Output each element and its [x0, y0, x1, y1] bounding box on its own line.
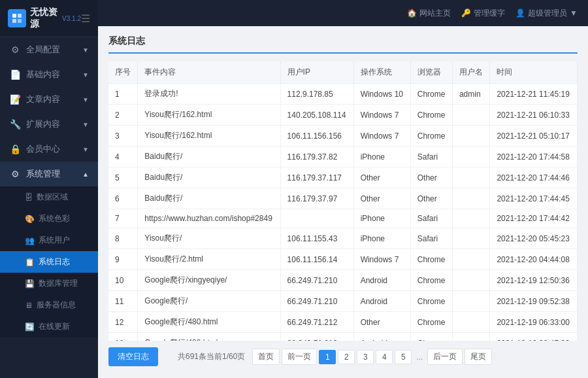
sidebar-item-fuwuqi[interactable]: 🖥 服务器信息 — [0, 294, 98, 316]
cell-id: 7 — [108, 209, 138, 228]
cell-browser: Chrome — [410, 126, 452, 146]
shuju-label: 数据区域 — [37, 192, 68, 203]
huiyuan-label: 会员中心 — [26, 143, 60, 155]
rizhi-icon: 📋 — [25, 258, 35, 267]
sidebar-item-shuju[interactable]: 🗄 数据区域 — [0, 186, 98, 208]
manage-icon: 🔑 — [461, 9, 471, 18]
col-browser: 浏览器 — [410, 61, 452, 84]
cell-id: 13 — [108, 333, 138, 341]
sidebar-item-rizhi[interactable]: 📋 系统日志 — [0, 251, 98, 273]
pagination-info: 共691条当前1/60页 — [178, 351, 245, 362]
gengxin-icon: 🔄 — [25, 322, 35, 332]
sidebar-item-xitong[interactable]: ⚙ 系统管理 ▲ 🗄 数据区域 🎨 系统色彩 👥 系统用户 📋 — [0, 162, 98, 337]
cell-id: 9 — [108, 249, 138, 270]
top-header: 🏠 网站主页 🔑 管理缓字 👤 超级管理员 ▼ — [98, 0, 588, 26]
cell-os: Android — [353, 270, 410, 291]
cell-user — [452, 249, 489, 270]
sidebar-item-dianpu[interactable]: 💾 数据库管理 — [0, 273, 98, 294]
cell-os: iPhone — [353, 146, 410, 167]
website-home-button[interactable]: 🏠 网站主页 — [407, 8, 451, 19]
cell-event: https://www.huzhan.com/ishop#2849 — [138, 209, 280, 228]
sidebar-item-yonghu[interactable]: 👥 系统用户 — [0, 230, 98, 251]
last-page-button[interactable]: 尾页 — [465, 349, 492, 365]
page-1-button[interactable]: 1 — [319, 350, 336, 364]
logo-icon — [8, 9, 26, 27]
kuozhan-label: 扩展内容 — [26, 118, 60, 130]
cell-os: Other — [353, 312, 410, 333]
col-user: 用户名 — [452, 61, 489, 84]
cell-os: Android — [353, 333, 410, 341]
cell-user — [452, 146, 489, 167]
admin-icon: 👤 — [515, 9, 525, 18]
cell-user — [452, 167, 489, 188]
sidebar-item-jiben[interactable]: 📄 基础内容 ▼ — [0, 62, 98, 87]
cell-ip — [280, 209, 353, 228]
xitongse-label: 系统色彩 — [39, 213, 70, 224]
cell-event: Google爬行/480.html — [138, 333, 280, 341]
jiben-arrow: ▼ — [82, 71, 89, 78]
cell-browser: Chrome — [410, 105, 452, 126]
sidebar-toggle-icon[interactable]: ☰ — [81, 12, 90, 25]
sidebar: 无忧资源 V3.1.2 ☰ ⚙ 全局配置 ▼ 📄 基础内容 ▼ 📝 文章内容 ▼ — [0, 0, 98, 378]
cell-os: Android — [353, 291, 410, 312]
cell-browser: Chrome — [410, 312, 452, 333]
admin-arrow-icon: ▼ — [570, 9, 578, 18]
admin-menu-button[interactable]: 👤 超级管理员 ▼ — [515, 8, 578, 19]
cell-time: 2021-12-21 11:45:19 — [490, 84, 578, 105]
cell-ip: 106.11.156.156 — [280, 126, 353, 146]
cell-time: 2021-12-20 17:44:58 — [490, 146, 578, 167]
kuozhan-icon: 🔧 — [9, 118, 21, 130]
col-event: 事件内容 — [138, 61, 280, 84]
cell-time: 2021-12-19 09:47:32 — [490, 333, 578, 341]
manage-cache-button[interactable]: 🔑 管理缓字 — [461, 8, 505, 19]
sidebar-item-wenzhang[interactable]: 📝 文章内容 ▼ — [0, 87, 98, 112]
cell-id: 4 — [108, 146, 138, 167]
sidebar-item-kuozhan[interactable]: 🔧 扩展内容 ▼ — [0, 112, 98, 137]
svg-rect-3 — [18, 19, 22, 23]
xitong-icon: ⚙ — [9, 168, 21, 180]
log-table-container: 序号 事件内容 用户IP 操作系统 浏览器 用户名 时间 1登录成功!112.9… — [108, 61, 578, 341]
svg-rect-2 — [12, 19, 16, 23]
page-2-button[interactable]: 2 — [338, 350, 355, 364]
first-page-button[interactable]: 首页 — [252, 349, 280, 365]
sidebar-item-xitongse[interactable]: 🎨 系统色彩 — [0, 208, 98, 230]
prev-page-button[interactable]: 前一页 — [282, 349, 317, 365]
sidebar-item-gengxin[interactable]: 🔄 在线更新 — [0, 316, 98, 337]
cell-event: Baidu爬行/ — [138, 188, 280, 209]
cell-ip: 112.9.178.85 — [280, 84, 353, 105]
sidebar-item-huiyuan[interactable]: 🔒 会员中心 ▼ — [0, 137, 98, 162]
table-row: 2Yisou爬行/162.html140.205.108.114Windows … — [108, 105, 578, 126]
jiben-icon: 📄 — [9, 69, 21, 80]
cell-id: 10 — [108, 270, 138, 291]
next-page-button[interactable]: 后一页 — [427, 349, 463, 365]
cell-user — [452, 105, 489, 126]
table-row: 8Yisou爬行/106.11.155.43iPhoneSafari2021-1… — [108, 228, 578, 249]
cell-user — [452, 188, 489, 209]
page-title-bar: 系统日志 — [108, 35, 578, 54]
col-time: 时间 — [490, 61, 578, 84]
col-os: 操作系统 — [353, 61, 410, 84]
cell-user — [452, 291, 489, 312]
cell-time: 2021-12-20 05:45:23 — [490, 228, 578, 249]
clear-log-button[interactable]: 清空日志 — [108, 347, 158, 366]
table-row: 10Google爬行/xingyeqiye/66.249.71.210Andro… — [108, 270, 578, 291]
bottom-bar: 清空日志 共691条当前1/60页 首页 前一页 1 2 3 4 5 ... 后… — [108, 341, 578, 369]
cell-os: iPhone — [353, 228, 410, 249]
cell-ip: 116.179.37.82 — [280, 146, 353, 167]
cell-event: Yisou爬行/ — [138, 228, 280, 249]
cell-os: Windows 7 — [353, 105, 410, 126]
page-4-button[interactable]: 4 — [376, 350, 393, 364]
cell-event: Google爬行/xingyeqiye/ — [138, 270, 280, 291]
cell-user — [452, 270, 489, 291]
page-3-button[interactable]: 3 — [357, 350, 374, 364]
dianpu-icon: 💾 — [25, 279, 35, 288]
table-row: 4Baidu爬行/116.179.37.82iPhoneSafari2021-1… — [108, 146, 578, 167]
sidebar-item-quanju[interactable]: ⚙ 全局配置 ▼ — [0, 37, 98, 62]
cell-id: 2 — [108, 105, 138, 126]
quanlu-label: 全局配置 — [26, 44, 60, 56]
cell-time: 2021-12-20 17:44:45 — [490, 188, 578, 209]
cell-event: Google爬行/480.html — [138, 312, 280, 333]
cell-browser: Chrome — [410, 291, 452, 312]
yonghu-label: 系统用户 — [39, 235, 70, 246]
page-5-button[interactable]: 5 — [395, 350, 412, 364]
